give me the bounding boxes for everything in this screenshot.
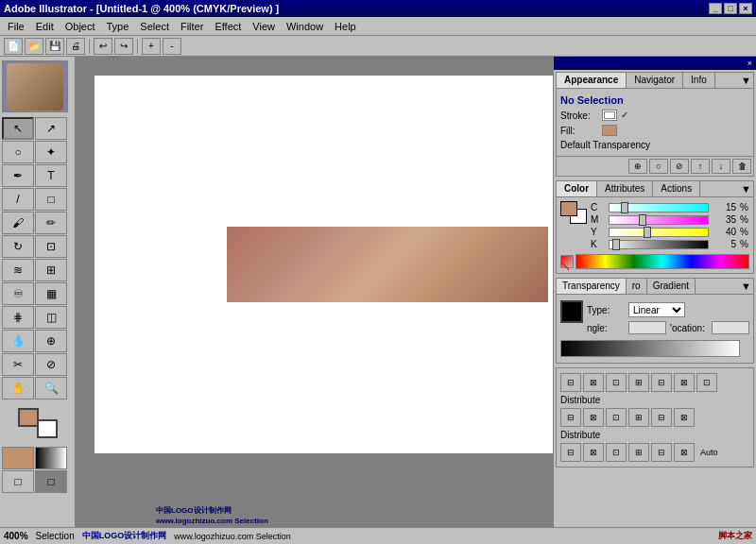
tab-gradient[interactable]: Gradient xyxy=(647,279,696,294)
zoom-in-button[interactable]: + xyxy=(142,38,161,55)
k-slider[interactable] xyxy=(609,240,709,249)
menu-effect[interactable]: Effect xyxy=(209,19,247,34)
rotate-tool[interactable]: ↻ xyxy=(2,235,34,258)
panel-close-btn[interactable]: × xyxy=(746,59,754,68)
dist2-bottom-btn[interactable]: ⊠ xyxy=(674,443,695,462)
symbol-tool[interactable]: ♾ xyxy=(2,282,34,305)
align-extra-btn[interactable]: ⊡ xyxy=(696,373,717,392)
location-input[interactable] xyxy=(712,321,749,334)
tab-ro[interactable]: ro xyxy=(627,279,647,294)
menu-select[interactable]: Select xyxy=(134,19,175,34)
paintbrush-tool[interactable]: 🖌 xyxy=(2,212,34,234)
tab-color[interactable]: Color xyxy=(557,181,597,196)
menu-view[interactable]: View xyxy=(247,19,281,34)
tab-appearance[interactable]: Appearance xyxy=(557,73,627,88)
gradient-bar[interactable] xyxy=(560,340,740,357)
fg-color-swatch[interactable] xyxy=(560,201,577,216)
zoom-tool[interactable]: 🔍 xyxy=(35,377,67,400)
color-menu-btn[interactable]: ▼ xyxy=(739,181,753,196)
open-button[interactable]: 📂 xyxy=(25,38,43,55)
dist-right-btn[interactable]: ⊡ xyxy=(606,408,627,427)
save-button[interactable]: 💾 xyxy=(45,38,64,55)
dist2-right-btn[interactable]: ⊡ xyxy=(606,443,627,462)
align-center-v-btn[interactable]: ⊟ xyxy=(651,373,672,392)
gradient-preview-swatch[interactable] xyxy=(560,300,583,323)
tab-navigator[interactable]: Navigator xyxy=(627,73,683,88)
fill-swatch[interactable] xyxy=(602,125,617,136)
dist-bottom-btn[interactable]: ⊠ xyxy=(674,408,695,427)
action-btn-3[interactable]: ⊘ xyxy=(670,159,689,174)
m-slider[interactable] xyxy=(609,215,709,225)
action-btn-6[interactable]: 🗑 xyxy=(732,159,751,174)
new-button[interactable]: 📄 xyxy=(4,38,23,55)
action-btn-2[interactable]: ○ xyxy=(649,159,668,174)
color-spectrum[interactable] xyxy=(576,254,749,269)
dist2-left-btn[interactable]: ⊟ xyxy=(560,443,581,462)
slice-tool[interactable]: ⊘ xyxy=(35,353,67,376)
y-slider[interactable] xyxy=(609,228,709,237)
graph-tool[interactable]: ▦ xyxy=(35,282,67,305)
warp-tool[interactable]: ≋ xyxy=(2,259,34,281)
direct-select-tool[interactable]: ↗ xyxy=(35,117,67,140)
tab-actions[interactable]: Actions xyxy=(653,181,700,196)
eyedropper-tool[interactable]: 💧 xyxy=(2,330,34,352)
tab-attributes[interactable]: Attributes xyxy=(597,181,653,196)
rect-tool[interactable]: □ xyxy=(35,188,67,211)
pencil-tool[interactable]: ✏ xyxy=(35,212,67,234)
view-mode-mask[interactable]: □ xyxy=(35,470,67,493)
menu-type[interactable]: Type xyxy=(101,19,135,34)
selection-tool[interactable]: ↖ xyxy=(2,117,34,140)
view-mode-normal[interactable]: □ xyxy=(2,470,34,493)
menu-help[interactable]: Help xyxy=(329,19,362,34)
redo-button[interactable]: ↪ xyxy=(114,38,133,55)
undo-button[interactable]: ↩ xyxy=(94,38,112,55)
angle-input[interactable] xyxy=(628,321,666,334)
close-button[interactable]: × xyxy=(739,3,752,14)
mesh-tool[interactable]: ⋕ xyxy=(2,306,34,329)
none-swatch[interactable] xyxy=(560,255,574,268)
dist-top-btn[interactable]: ⊞ xyxy=(628,408,649,427)
lasso-tool[interactable]: ○ xyxy=(2,141,34,163)
menu-filter[interactable]: Filter xyxy=(175,19,209,34)
color-mode-gradient[interactable] xyxy=(35,447,67,469)
hand-tool[interactable]: ✋ xyxy=(2,377,34,400)
tab-info[interactable]: Info xyxy=(683,73,715,88)
menu-object[interactable]: Object xyxy=(60,19,101,34)
align-left-btn[interactable]: ⊟ xyxy=(560,373,581,392)
tab-transparency[interactable]: Transparency xyxy=(557,279,627,294)
panel-menu-btn[interactable]: ▼ xyxy=(739,73,753,88)
blend-tool[interactable]: ⊕ xyxy=(35,330,67,352)
action-btn-4[interactable]: ↑ xyxy=(691,159,710,174)
action-btn-1[interactable]: ⊕ xyxy=(628,159,647,174)
magic-wand-tool[interactable]: ✦ xyxy=(35,141,67,163)
line-tool[interactable]: / xyxy=(2,188,34,211)
stroke-swatch[interactable] xyxy=(602,110,617,121)
dist-center-v-btn[interactable]: ⊟ xyxy=(651,408,672,427)
print-button[interactable]: 🖨 xyxy=(66,38,85,55)
align-center-h-btn[interactable]: ⊠ xyxy=(583,373,604,392)
type-select[interactable]: Linear Radial xyxy=(628,302,685,317)
fill-indicator[interactable] xyxy=(18,408,39,427)
align-right-btn[interactable]: ⊡ xyxy=(606,373,627,392)
zoom-out-button[interactable]: - xyxy=(163,38,181,55)
scissors-tool[interactable]: ✂ xyxy=(2,353,34,376)
maximize-button[interactable]: □ xyxy=(724,3,737,14)
free-transform-tool[interactable]: ⊞ xyxy=(35,259,67,281)
dist2-v-btn[interactable]: ⊟ xyxy=(651,443,672,462)
canvas-shape[interactable] xyxy=(227,227,548,302)
menu-file[interactable]: File xyxy=(2,19,30,34)
stroke-indicator[interactable] xyxy=(37,419,58,438)
dist-left-btn[interactable]: ⊟ xyxy=(560,408,581,427)
trans-menu-btn[interactable]: ▼ xyxy=(739,279,753,294)
align-top-btn[interactable]: ⊞ xyxy=(628,373,649,392)
pen-tool[interactable]: ✒ xyxy=(2,164,34,187)
action-btn-5[interactable]: ↓ xyxy=(712,159,730,174)
scale-tool[interactable]: ⊡ xyxy=(35,235,67,258)
gradient-tool[interactable]: ◫ xyxy=(35,306,67,329)
dist2-center-h-btn[interactable]: ⊠ xyxy=(583,443,604,462)
align-bottom-btn[interactable]: ⊠ xyxy=(674,373,695,392)
dist2-top-btn[interactable]: ⊞ xyxy=(628,443,649,462)
color-mode-normal[interactable] xyxy=(2,447,34,469)
menu-edit[interactable]: Edit xyxy=(30,19,60,34)
dist-center-h-btn[interactable]: ⊠ xyxy=(583,408,604,427)
